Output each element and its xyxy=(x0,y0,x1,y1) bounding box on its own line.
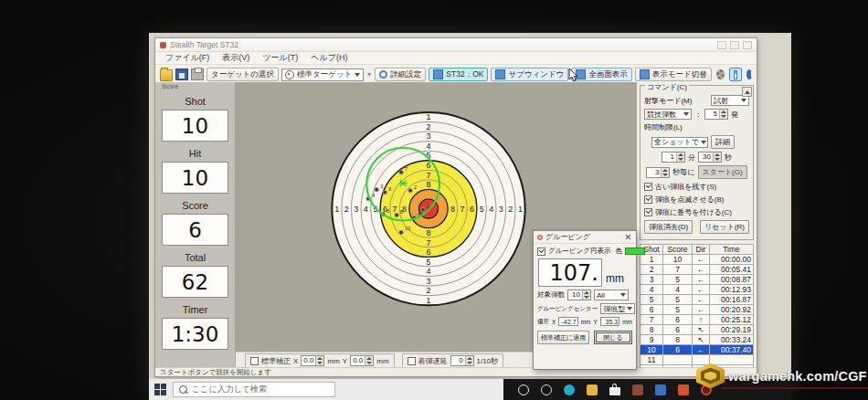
target-shots-stepper[interactable]: 10 xyxy=(567,289,591,300)
show-circle-checkbox[interactable] xyxy=(537,247,545,256)
photos-icon[interactable] xyxy=(632,384,643,395)
deviation-x-value: -42.7 xyxy=(558,317,577,326)
maximize-button[interactable] xyxy=(730,41,739,49)
task-view-icon[interactable] xyxy=(541,384,552,395)
app-orange-icon[interactable] xyxy=(678,384,689,395)
fullscreen-label: 全画面表示 xyxy=(588,69,628,80)
windows-start-icon[interactable] xyxy=(154,384,166,395)
reset-button[interactable]: リセット(R) xyxy=(700,220,749,234)
store-icon[interactable] xyxy=(609,387,620,395)
circle-color-swatch[interactable] xyxy=(625,247,645,255)
table-row[interactable]: 106←00:37.40 xyxy=(640,345,754,355)
open-folder-icon[interactable] xyxy=(160,69,173,81)
table-cell: 6 xyxy=(663,315,693,325)
table-row[interactable]: 55←00:16.87 xyxy=(640,295,754,305)
svg-text:8: 8 xyxy=(427,180,431,189)
minutes-stepper[interactable]: 1 xyxy=(662,152,685,163)
col-dir: Dir xyxy=(693,245,710,255)
delay-checkbox[interactable] xyxy=(408,357,416,365)
menu-item[interactable]: 表示(V) xyxy=(216,52,256,64)
correction-y-stepper[interactable]: 0.0 xyxy=(350,355,374,366)
folder-icon[interactable] xyxy=(587,384,598,395)
table-row[interactable]: 65←00:20.92 xyxy=(640,305,754,315)
svg-text:5: 5 xyxy=(427,258,431,267)
shot-count-stepper[interactable]: 5 xyxy=(704,109,728,120)
interval-stepper[interactable]: 3 xyxy=(646,167,670,178)
close-icon[interactable] xyxy=(624,233,632,241)
correction-checkbox[interactable] xyxy=(250,357,259,365)
save-icon[interactable] xyxy=(175,68,188,80)
table-row[interactable]: 44←00:12.93 xyxy=(640,285,754,295)
table-row[interactable]: 27←00:05.41 xyxy=(640,265,754,275)
table-cell: 8 xyxy=(640,325,663,335)
search-icon[interactable] xyxy=(518,384,529,395)
command-checkbox[interactable]: 弾痕を点滅させる(B) xyxy=(644,195,749,205)
menu-item[interactable]: ヘルプ(H) xyxy=(304,52,354,64)
table-cell: ← xyxy=(693,305,710,315)
start-button[interactable]: スタート(G) xyxy=(698,165,747,179)
settings-icon xyxy=(379,70,387,79)
dialog-close-button[interactable]: 閉じる xyxy=(594,331,632,344)
target-shots-mode-dropdown[interactable]: All xyxy=(594,289,629,300)
table-row[interactable]: 86↖00:29.19 xyxy=(640,325,754,335)
menu-item[interactable]: ツール(T) xyxy=(256,52,304,64)
shot-count-dropdown[interactable]: 競技弾数 xyxy=(644,109,692,120)
svg-text:2: 2 xyxy=(427,122,431,132)
svg-text:4: 4 xyxy=(427,267,431,276)
menu-item[interactable]: ファイル(F) xyxy=(159,52,216,64)
watermark-text: wargamehk.com/CGF xyxy=(728,369,867,384)
settings-button[interactable]: 詳細設定 xyxy=(375,68,426,81)
detail-button[interactable]: 詳細 xyxy=(711,135,735,149)
table-row[interactable]: 98↖00:33.24 xyxy=(640,335,754,345)
svg-text:4: 4 xyxy=(427,142,431,151)
gear-icon[interactable] xyxy=(716,69,725,79)
svg-text:6: 6 xyxy=(388,186,391,192)
command-checkbox[interactable]: 古い弾痕を残す(S) xyxy=(644,182,749,192)
score-group: Hit10 xyxy=(162,148,228,194)
fullscreen-button[interactable]: 全画面表示 xyxy=(571,68,632,81)
laptop-screen: Stealth Target ST32 ファイル(F)表示(V)ツール(T)ヘル… xyxy=(149,33,791,400)
table-cell: 10 xyxy=(640,345,663,355)
table-cell: 5 xyxy=(663,305,693,315)
chevron-down-icon xyxy=(701,141,706,144)
display-mode-button[interactable]: 表示モード切替 xyxy=(635,68,712,81)
subwindow-button[interactable]: サブウィンドウ xyxy=(491,68,568,81)
svg-text:1: 1 xyxy=(427,296,431,305)
device-status-button[interactable]: ST32：OK xyxy=(429,68,488,81)
table-cell: 4 xyxy=(640,285,663,295)
command-panel-title: コマンド(C) xyxy=(645,84,689,91)
clear-holes-button[interactable]: 弾痕消去(D) xyxy=(644,220,693,234)
table-cell: 00:29.19 xyxy=(710,325,754,335)
grouping-center-dropdown[interactable]: 弾痕型 xyxy=(600,303,635,314)
collapse-button[interactable] xyxy=(742,87,752,97)
target-combo[interactable]: 標準ターゲット xyxy=(281,68,364,81)
command-checkbox[interactable]: 弾痕に番号を付ける(C) xyxy=(644,207,749,217)
deviation-y-value: 35.3 xyxy=(600,317,619,326)
correction-x-stepper[interactable]: 0.0 xyxy=(301,355,324,366)
table-cell: 00:12.93 xyxy=(710,285,754,295)
col-time: Time xyxy=(710,245,754,255)
table-row[interactable]: 35←00:08.87 xyxy=(640,275,754,285)
svg-text:4: 4 xyxy=(489,205,493,214)
table-row[interactable]: 76↑00:25.12 xyxy=(640,315,754,325)
table-cell: 00:20.92 xyxy=(710,305,754,315)
info-icon[interactable] xyxy=(746,69,752,79)
time-mode-dropdown[interactable]: 全ショットで xyxy=(651,137,708,148)
dialog-title-bar[interactable]: グルーピング xyxy=(534,231,636,244)
mail-icon[interactable] xyxy=(655,384,666,395)
minimize-button[interactable] xyxy=(717,41,726,49)
seconds-stepper[interactable]: 30 xyxy=(698,152,722,163)
checkbox-label: 弾痕を点滅させる(B) xyxy=(655,195,724,205)
taskbar-search[interactable]: ここに入力して検索 xyxy=(173,382,335,397)
edge-icon[interactable] xyxy=(564,384,575,395)
delay-stepper[interactable]: 0 xyxy=(450,355,474,366)
delay-unit: 1/10秒 xyxy=(477,356,499,366)
target-select-button[interactable]: ターゲットの選択 xyxy=(206,68,279,81)
print-icon[interactable] xyxy=(191,68,204,80)
svg-text:2: 2 xyxy=(344,205,349,214)
close-button[interactable] xyxy=(743,41,752,49)
table-row[interactable]: 110←00:00.00 xyxy=(640,255,754,265)
grouping-toggle-button[interactable] xyxy=(729,68,742,81)
apply-correction-button[interactable]: 標準補正に適用 xyxy=(537,331,589,344)
chevron-down-icon xyxy=(620,293,626,297)
